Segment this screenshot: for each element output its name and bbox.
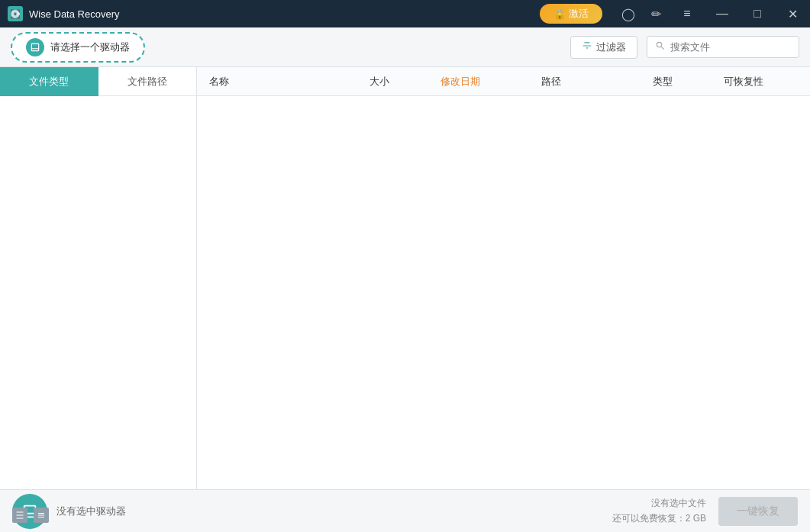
col-header-recovery: 可恢复性 xyxy=(718,75,804,89)
search-box xyxy=(647,36,799,58)
menu-icon: ≡ xyxy=(683,7,690,21)
col-header-date: 修改日期 xyxy=(434,75,535,89)
main-area: 文件类型 文件路径 名称 大小 修改日期 路径 类型 可恢复性 xyxy=(0,67,810,489)
drive-select-button[interactable]: 请选择一个驱动器 xyxy=(11,32,145,63)
minimize-button[interactable]: — xyxy=(705,0,740,27)
close-icon: ✕ xyxy=(788,7,798,21)
table-body xyxy=(197,96,810,489)
filter-label: 过滤器 xyxy=(596,40,626,54)
lock-icon: 🔒 xyxy=(553,8,566,20)
close-button[interactable]: ✕ xyxy=(775,0,810,27)
menu-button[interactable]: ≡ xyxy=(670,0,705,27)
drive-select-label: 请选择一个驱动器 xyxy=(50,40,130,54)
toolbar: 请选择一个驱动器 过滤器 xyxy=(0,27,810,67)
col-header-path: 路径 xyxy=(535,75,646,89)
free-recovery-text: 还可以免费恢复：2 GB xyxy=(612,512,706,525)
activate-label: 激活 xyxy=(569,7,589,21)
search-icon xyxy=(655,40,666,53)
bottom-icon-2[interactable] xyxy=(34,508,49,523)
maximize-button[interactable]: □ xyxy=(740,0,775,27)
filter-icon xyxy=(582,40,592,53)
filter-button[interactable]: 过滤器 xyxy=(570,36,637,59)
no-file-text: 没有选中文件 xyxy=(651,497,706,510)
left-content xyxy=(0,96,196,489)
tabs: 文件类型 文件路径 xyxy=(0,67,196,96)
edit-button[interactable]: ✏ xyxy=(642,0,670,27)
recover-button[interactable]: 一键恢复 xyxy=(718,497,798,526)
activate-button[interactable]: 🔒 激活 xyxy=(540,4,602,24)
table-header: 名称 大小 修改日期 路径 类型 可恢复性 xyxy=(197,67,810,96)
no-drive-text: 没有选中驱动器 xyxy=(56,505,126,518)
maximize-icon: □ xyxy=(754,7,761,21)
message-button[interactable]: ◯ xyxy=(615,0,642,27)
app-title: Wise Data Recovery xyxy=(29,8,119,20)
right-panel: 名称 大小 修改日期 路径 类型 可恢复性 xyxy=(197,67,810,489)
col-header-type: 类型 xyxy=(647,75,718,89)
title-controls: 🔒 激活 ◯ ✏ ≡ — □ ✕ xyxy=(540,0,810,27)
search-input[interactable] xyxy=(670,41,792,53)
col-header-size: 大小 xyxy=(363,75,435,89)
bottom-icons xyxy=(12,508,49,523)
drive-icon xyxy=(26,38,44,56)
minimize-icon: — xyxy=(716,7,728,21)
statusbar: 没有选中驱动器 没有选中文件 还可以免费恢复：2 GB 一键恢复 xyxy=(0,489,810,532)
edit-icon: ✏ xyxy=(651,7,661,21)
col-header-name: 名称 xyxy=(203,75,363,89)
titlebar: 💽 Wise Data Recovery 🔒 激活 ◯ ✏ ≡ — □ ✕ xyxy=(0,0,810,27)
tab-file-path[interactable]: 文件路径 xyxy=(98,67,197,96)
right-info: 没有选中文件 还可以免费恢复：2 GB xyxy=(612,497,706,525)
left-panel: 文件类型 文件路径 xyxy=(0,67,197,489)
tab-file-type[interactable]: 文件类型 xyxy=(0,67,98,96)
message-icon: ◯ xyxy=(621,7,635,21)
app-icon: 💽 xyxy=(8,6,23,21)
bottom-icon-1[interactable] xyxy=(12,508,27,523)
